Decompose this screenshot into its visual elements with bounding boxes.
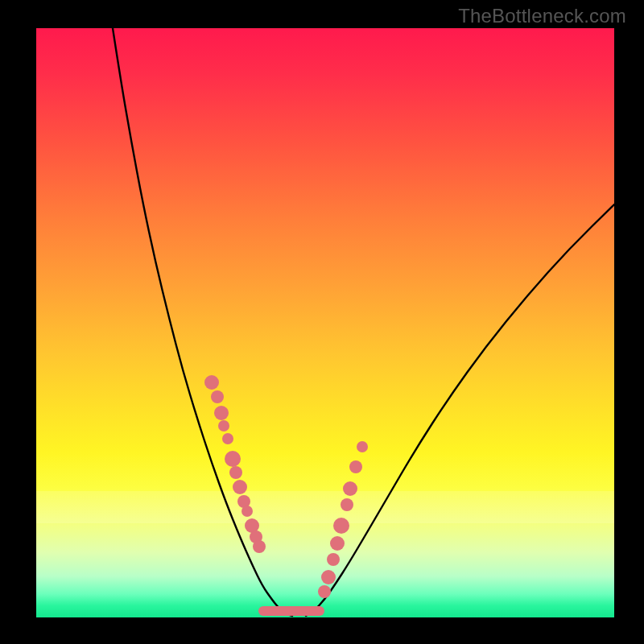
left-marker: [218, 420, 229, 431]
left-marker: [214, 406, 229, 420]
left-marker: [253, 540, 266, 553]
left-marker: [225, 451, 241, 467]
right-marker: [327, 553, 340, 566]
left-marker: [242, 506, 253, 517]
left-marker: [233, 480, 247, 494]
right-marker: [333, 518, 349, 534]
right-marker: [349, 460, 362, 473]
right-marker: [318, 585, 331, 598]
left-marker: [222, 433, 233, 444]
left-marker: [211, 390, 224, 403]
right-marker: [343, 481, 357, 496]
curve-left-curve: [113, 28, 292, 616]
chart-lines-svg: [36, 28, 614, 617]
curve-right-curve: [306, 204, 614, 616]
right-marker: [341, 498, 353, 511]
left-marker: [204, 375, 219, 390]
plot-area: [36, 28, 614, 617]
right-marker: [330, 536, 345, 551]
left-marker: [229, 466, 242, 479]
chart-frame: TheBottleneck.com: [0, 0, 644, 644]
watermark-text: TheBottleneck.com: [458, 5, 626, 27]
right-marker: [357, 441, 368, 452]
right-marker: [321, 570, 336, 584]
